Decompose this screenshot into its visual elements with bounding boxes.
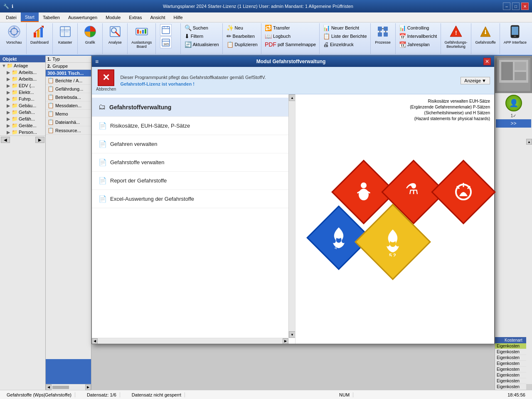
suchen-label: Suchen xyxy=(193,25,208,30)
menu-hilfe[interactable]: Hilfe xyxy=(170,12,187,22)
app-interface-button[interactable]: APP Interface xyxy=(502,24,528,45)
expand-icon-8: ▶ xyxy=(7,116,11,122)
sidebar-item-anlage[interactable]: ▼ 📁 Anlage xyxy=(0,62,45,69)
abbrechen-button[interactable]: ✕ xyxy=(98,69,114,86)
dashboard-icon xyxy=(33,25,46,40)
selected-obj-item[interactable]: 300-3001 Tisch... xyxy=(46,70,91,76)
minimize-button[interactable]: – xyxy=(503,2,510,10)
svg-rect-33 xyxy=(378,32,382,37)
folder-icon-3: 📁 xyxy=(12,83,18,89)
menu-extras[interactable]: Extras xyxy=(125,12,146,22)
sidebar-item-fuhrp[interactable]: ▶ 📁 Fuhrp... xyxy=(0,96,45,102)
sidebar-item-elektro[interactable]: ▶ 📁 Elektr... xyxy=(0,89,45,96)
anzeige-arrow: ▼ xyxy=(482,78,486,83)
grafik-button[interactable]: Grafik xyxy=(82,24,99,45)
kostenart-label-5: Eigenkosten xyxy=(497,373,520,377)
scroll-up-button[interactable]: ▲ xyxy=(289,94,296,101)
modal-h-scrollbar: ◀ ▶ xyxy=(92,338,288,344)
modal-header: ≡ Modul Gefahrstoffverwaltung ✕ xyxy=(92,56,494,67)
menu-module[interactable]: Module xyxy=(101,12,125,22)
aktualisieren-button[interactable]: 🔄 Aktualisieren xyxy=(183,41,221,48)
logbuch-button[interactable]: 📖 Logbuch xyxy=(263,32,318,40)
svg-rect-31 xyxy=(378,27,382,31)
h-scroll-right[interactable]: ▶ xyxy=(85,384,91,390)
maximize-button[interactable]: □ xyxy=(512,2,520,10)
menu-tabellen[interactable]: Tabellen xyxy=(39,12,64,22)
auslastung-button[interactable]: AuslastungsBoard xyxy=(130,24,153,49)
gefahrstoffe-button[interactable]: Gefahrstoffe xyxy=(473,24,497,45)
nav-item-report[interactable]: 📄 Report der Gefahrstoffe xyxy=(92,172,295,190)
menu-datei[interactable]: Datei xyxy=(2,12,21,22)
berichte-sub-btn[interactable]: 📋 Berichte / A... xyxy=(46,76,91,85)
modal-right: Risikosätze verwalten EUH-Sätze (Ergänze… xyxy=(296,94,494,344)
dashboard-button[interactable]: Dashboard xyxy=(29,24,50,45)
neu-icon: ✨ xyxy=(227,25,234,31)
sidebar-scroll-left[interactable]: ◀ xyxy=(1,137,10,143)
controlling-icon: 📊 xyxy=(399,25,406,31)
intervallbericht-button[interactable]: 📅 Intervallbericht xyxy=(397,32,439,40)
modal-h-left[interactable]: ◀ xyxy=(92,338,98,344)
jahr-button[interactable] xyxy=(173,42,177,43)
nav-item-gefahrstoffe-verwalten[interactable]: 📄 Gefahrstoffe verwalten xyxy=(92,153,295,172)
gefahrstoffe-label: Gefahrstoffe xyxy=(475,40,495,44)
gefaehrdung-sub-btn[interactable]: 📋 Gefährdung... xyxy=(46,85,91,93)
gefaehrdung-button[interactable]: ! Gefährdungs-Beurteilung xyxy=(443,24,469,49)
menu-ansicht[interactable]: Ansicht xyxy=(146,12,170,22)
right-scroll-up[interactable]: ▲ xyxy=(526,139,532,145)
transfer-button[interactable]: 🔁 Transfer xyxy=(263,24,318,32)
modal-close-button[interactable]: ✕ xyxy=(483,58,491,65)
menu-auswertungen[interactable]: Auswertungen xyxy=(64,12,101,22)
sidebar-item-gefah2[interactable]: ▶ 📁 Gefäh... xyxy=(0,116,45,122)
auslastung-icon xyxy=(135,25,148,40)
einzeldruck-button[interactable]: 🖨 Einzeldruck xyxy=(321,41,369,48)
svg-rect-61 xyxy=(515,72,526,80)
vorschau-button[interactable]: Vorschau xyxy=(5,24,24,45)
filtern-button[interactable]: ⬇ Filtern xyxy=(183,32,221,40)
cancel-area: ✕ Abbrechen xyxy=(96,69,116,91)
prozesse-button[interactable]: Prozesse xyxy=(373,24,392,45)
neuer-bericht-button[interactable]: 📊 Neuer Bericht xyxy=(321,24,369,32)
dateianhang-sub-btn[interactable]: 📋 Dateianhä... xyxy=(46,118,91,126)
analyse-button[interactable]: Analyse xyxy=(107,24,123,45)
jahresplan-button[interactable]: 📆 Jahresplan xyxy=(397,41,439,48)
ressource-sub-btn[interactable]: 📋 Ressource... xyxy=(46,126,91,135)
sidebar-item-arbeits2[interactable]: ▶ 📁 Arbeits... xyxy=(0,76,45,82)
modal-h-right[interactable]: ▶ xyxy=(283,338,288,344)
sidebar-item-gefah1[interactable]: ▶ 📁 Gefah... xyxy=(0,109,45,116)
nav-item-risikosaetze[interactable]: 📄 Risikosätze, EUH-Sätze, P-Sätze xyxy=(92,117,295,135)
sidebar-item-gebau[interactable]: ▶ 📁 Gebäu... xyxy=(0,102,45,109)
green-action-button[interactable]: 👤 xyxy=(505,95,522,111)
neu-button[interactable]: ✨ Neu xyxy=(225,24,259,32)
sidebar-scroll-right[interactable]: ▶ xyxy=(35,137,44,143)
kataster-button[interactable]: Kataster xyxy=(57,24,74,45)
sidebar-item-person[interactable]: ▶ 📁 Person... xyxy=(0,129,45,135)
sidebar-item-arbeits1[interactable]: ▶ 📁 Arbeits... xyxy=(0,69,45,76)
nav-item-gefahrstoffverwaltung[interactable]: 🗂 Gefahrstoffverwaltung xyxy=(92,98,295,117)
ribbon-col-transfer: 🔁 Transfer 📖 Logbuch PDF pdf Sammelmappe xyxy=(263,24,318,48)
title-bar: 🔧 ℹ Wartungsplaner 2024 Starter-Lizenz (… xyxy=(0,0,532,12)
right-nav-arrow[interactable]: >> xyxy=(496,119,531,128)
modal-title: Modul Gefahrstoffverwaltung xyxy=(99,59,483,64)
messdaten-sub-btn[interactable]: 📋 Messdaten... xyxy=(46,101,91,110)
anzeige-button[interactable]: Anzeige ▼ xyxy=(461,77,490,84)
close-button[interactable]: ✕ xyxy=(521,2,529,10)
scroll-down-button[interactable]: ▼ xyxy=(289,331,296,338)
auslastung-label: AuslastungsBoard xyxy=(131,40,152,49)
liste-berichte-button[interactable]: 📋 Liste der Berichte xyxy=(321,32,369,40)
pdf-button[interactable]: PDF pdf Sammelmappe xyxy=(263,41,318,48)
monat-button[interactable] xyxy=(173,30,177,30)
menu-start[interactable]: Start xyxy=(21,12,39,22)
nav-item-gefahren[interactable]: 📄 Gefahren verwalten xyxy=(92,135,295,153)
betriebsda-sub-btn[interactable]: 📋 Betriebsda... xyxy=(46,93,91,101)
suchen-button[interactable]: 🔍 Suchen xyxy=(183,24,221,32)
sidebar-item-gerate[interactable]: ▶ 📁 Geräte... xyxy=(0,122,45,129)
controlling-button[interactable]: 📊 Controlling xyxy=(397,24,439,32)
h-scroll-left[interactable]: ◀ xyxy=(46,384,52,390)
right-v-scrollbar: ▲ ▼ xyxy=(526,139,532,390)
memo-sub-btn[interactable]: 📋 Memo xyxy=(46,110,91,118)
bearbeiten-button[interactable]: ✏ Bearbeiten xyxy=(225,32,259,40)
nav-item-excel[interactable]: 📄 Excel-Auswertung der Gefahrstoffe xyxy=(92,190,295,208)
duplizieren-button[interactable]: 📋 Duplizieren xyxy=(225,41,259,48)
sidebar-item-edv[interactable]: ▶ 📁 EDV (... xyxy=(0,82,45,89)
sidebar-label-edv: EDV (... xyxy=(19,83,35,88)
